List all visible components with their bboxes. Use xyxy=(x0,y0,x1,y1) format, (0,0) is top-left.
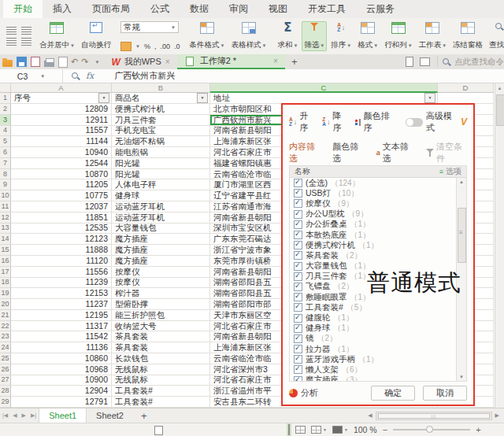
column-header-d[interactable]: D xyxy=(438,83,494,93)
close-icon[interactable]: × xyxy=(273,57,278,65)
filter-list-item[interactable]: 健腹轮 （1） xyxy=(290,312,456,323)
cell-serial[interactable]: 11557 xyxy=(11,126,112,137)
row-number[interactable]: 19 xyxy=(0,288,11,299)
monitor-icon[interactable] xyxy=(420,57,430,66)
vertical-scroll-thumb[interactable] xyxy=(496,94,504,126)
freeze-panes-button[interactable]: 冻结窗格 xyxy=(450,21,485,51)
scroll-up-icon[interactable]: ▲ xyxy=(495,83,504,93)
row-number[interactable]: 10 xyxy=(0,190,11,201)
reading-view-button[interactable]: ▼ xyxy=(332,426,348,434)
analyze-button[interactable]: 分析 xyxy=(289,387,318,399)
checkbox-checked-icon[interactable] xyxy=(294,365,302,374)
cell-product[interactable]: 能电煎锅 xyxy=(112,147,210,158)
menu-tab-page-layout[interactable]: 页面布局 xyxy=(82,0,140,18)
cell-serial[interactable]: 11888 xyxy=(11,245,112,256)
find-command-search[interactable]: 点此查找命令 xyxy=(442,57,504,68)
ok-button[interactable]: 确定 xyxy=(371,386,415,401)
cell-product[interactable]: 魔方插座 xyxy=(112,245,210,256)
find-button[interactable]: 查找▼ xyxy=(487,21,504,51)
cell-product[interactable]: 便携式榨汁机 xyxy=(112,104,210,115)
filter-list-item[interactable]: 镜 （2） xyxy=(290,334,456,344)
cell-product[interactable]: 人体电子秤 xyxy=(112,179,210,190)
row-number[interactable]: 6 xyxy=(0,147,11,158)
checkbox-checked-icon[interactable] xyxy=(294,241,302,249)
filter-list-item[interactable]: USB灯 （10） xyxy=(290,188,456,198)
row-number[interactable]: 14 xyxy=(0,234,11,245)
cell-product[interactable]: 长款钱包 xyxy=(112,353,210,364)
row-number[interactable]: 27 xyxy=(0,375,11,386)
menu-tab-formulas[interactable]: 公式 xyxy=(140,0,180,18)
row-number[interactable]: 15 xyxy=(0,245,11,256)
cell-product[interactable]: 收纳篮大号 xyxy=(112,321,210,332)
cell-name-box[interactable]: C3 ▼ xyxy=(0,69,63,83)
filter-dropdown-icon[interactable]: ▼ xyxy=(98,93,109,103)
select-all-corner[interactable] xyxy=(0,83,11,93)
cell-product[interactable]: 工具套装# xyxy=(112,386,210,397)
cell-product[interactable]: 型俯卧撑 xyxy=(112,299,210,310)
zoom-out-button[interactable]: − xyxy=(383,425,387,434)
filter-list-item[interactable]: 工具套装# （5） xyxy=(290,302,456,312)
filter-list-item[interactable]: 本散热底座 （1） xyxy=(290,230,456,240)
percent-format-icon[interactable]: % xyxy=(144,42,150,50)
column-header-a[interactable]: A xyxy=(11,83,112,93)
checkbox-checked-icon[interactable] xyxy=(294,210,302,219)
cell-serial[interactable]: 11542 xyxy=(11,331,112,342)
menu-tab-review[interactable]: 审阅 xyxy=(219,0,258,18)
checkbox-checked-icon[interactable] xyxy=(294,293,302,301)
prev-sheet-icon[interactable]: ◀ xyxy=(10,412,19,419)
sheet-tab-sheet1[interactable]: Sheet1 xyxy=(39,408,87,423)
cell-serial[interactable]: 12153 xyxy=(11,288,112,299)
formula-value[interactable]: 广西钦州市新兴 xyxy=(102,70,175,82)
menu-tab-cloud[interactable]: 云服务 xyxy=(356,0,405,18)
rows-columns-button[interactable]: 行和列▼ xyxy=(382,21,414,51)
increase-indent-icon[interactable] xyxy=(21,27,32,35)
row-number[interactable]: 22 xyxy=(0,321,11,332)
checkbox-checked-icon[interactable] xyxy=(294,303,302,312)
cell-product[interactable]: 工具套装# xyxy=(112,397,210,408)
cell-product[interactable]: 运动蓝牙耳机 xyxy=(112,201,210,212)
cell-product[interactable]: 刀具三件套 xyxy=(112,115,210,126)
cell-product[interactable]: 无线鼠标 xyxy=(112,364,210,375)
cell-product[interactable]: 健身球 xyxy=(112,190,210,201)
decrease-decimal-icon[interactable]: .0 xyxy=(174,42,180,50)
currency-format-icon[interactable] xyxy=(120,42,132,51)
cell-serial[interactable]: 11136 xyxy=(11,342,112,353)
vertical-scrollbar[interactable]: ▲ xyxy=(495,83,504,408)
row-number[interactable]: 18 xyxy=(0,278,11,289)
cell-serial[interactable]: 10900 xyxy=(11,375,112,386)
cell-serial[interactable]: 10775 xyxy=(11,190,112,201)
cell-product[interactable]: 榨汁器 xyxy=(112,288,210,299)
cell-serial[interactable]: 11205 xyxy=(11,179,112,190)
sort-descending[interactable]: ZA↓ 降序 xyxy=(322,110,347,134)
undo-icon[interactable]: ↶ xyxy=(71,54,78,69)
increase-decimal-icon[interactable]: .00 xyxy=(160,42,170,50)
sort-by-color[interactable]: 颜色排序 xyxy=(355,110,394,134)
add-sheet-button[interactable]: + xyxy=(133,410,155,422)
home-tab-my-wps[interactable]: W 我的WPS × xyxy=(104,54,176,69)
row-number[interactable]: 3 xyxy=(0,115,11,126)
filter-list-item[interactable]: 办公U型枕 （9） xyxy=(290,209,456,220)
row-number[interactable]: 2 xyxy=(0,104,11,115)
fx-icon[interactable]: fx xyxy=(86,71,94,81)
cell-product[interactable]: 按摩仪 xyxy=(112,267,210,278)
cell-serial[interactable]: 12911 xyxy=(11,115,112,126)
cell-serial[interactable]: 11851 xyxy=(11,212,112,224)
filter-dropdown-icon[interactable]: ▼ xyxy=(197,93,208,103)
tab-color-filter[interactable]: 颜色筛选 xyxy=(332,141,363,168)
row-number[interactable]: 21 xyxy=(0,310,11,321)
scroll-up-icon[interactable]: ▲ xyxy=(457,179,466,184)
close-icon[interactable]: × xyxy=(165,57,170,66)
menu-tab-view[interactable]: 视图 xyxy=(258,0,298,18)
sum-button[interactable]: Σ 求和▼ xyxy=(275,21,300,51)
cell-product[interactable]: 能三折护照包 xyxy=(112,310,210,321)
cell-product[interactable]: 大容量钱包 xyxy=(112,224,210,235)
zoom-slider[interactable] xyxy=(393,429,470,430)
cell-product[interactable]: 阳光罐 xyxy=(112,158,210,169)
cell-serial[interactable]: 11144 xyxy=(11,136,112,147)
wrap-text-button[interactable]: 自动换行 xyxy=(79,21,113,51)
cell-product[interactable]: 茶具套装 xyxy=(112,331,210,342)
format-button[interactable]: 格式▼ xyxy=(355,21,380,51)
zoom-slider-knob[interactable] xyxy=(426,426,433,433)
page-layout-view-button[interactable]: ▼ xyxy=(311,426,327,434)
filter-list-item[interactable]: 茶具套装 （2） xyxy=(290,250,456,260)
